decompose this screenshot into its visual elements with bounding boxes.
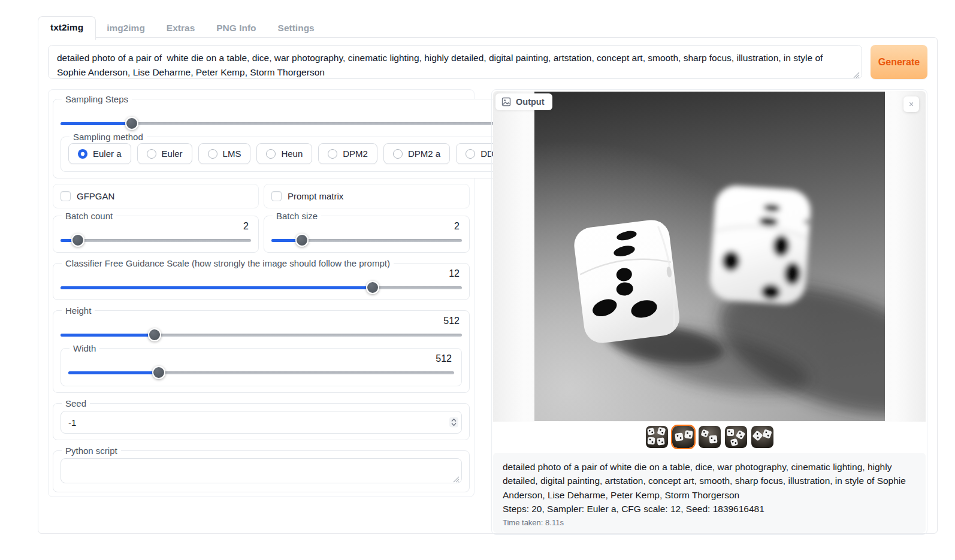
main-container: detailed photo of a pair of white die on…	[38, 37, 938, 534]
cfg-label: Classifier Free Guidance Scale (how stro…	[62, 258, 394, 268]
sampler-option-lms[interactable]: LMS	[198, 143, 251, 164]
settings-column: Sampling Steps 20 Sampling method Euler …	[48, 89, 475, 497]
seed-spinner[interactable]	[449, 417, 458, 428]
sampler-option-euler-a[interactable]: Euler a	[68, 143, 131, 164]
seed-label: Seed	[62, 398, 90, 408]
main-row: Sampling Steps 20 Sampling method Euler …	[48, 89, 927, 535]
caption-params-text: Steps: 20, Sampler: Euler a, CFG scale: …	[503, 502, 916, 516]
tab-bar: txt2imgimg2imgExtrasPNG InfoSettings	[38, 16, 325, 40]
height-group: Height 512 Width 512	[53, 305, 470, 393]
slider-thumb[interactable]	[366, 281, 379, 294]
python-script-group: Python script	[53, 446, 470, 492]
sampler-option-label: DPM2 a	[408, 149, 440, 159]
batch-size-label: Batch size	[273, 211, 321, 221]
sampler-option-label: DPM2	[343, 149, 368, 159]
tab-img2img[interactable]: img2img	[96, 17, 156, 40]
slider-fill	[61, 122, 132, 125]
slider-thumb[interactable]	[152, 366, 165, 379]
batch-size-slider[interactable]	[271, 234, 462, 246]
app-root: txt2imgimg2imgExtrasPNG InfoSettings det…	[0, 0, 955, 560]
resize-handle-icon[interactable]	[452, 476, 460, 483]
cfg-value: 12	[61, 268, 460, 279]
gallery-thumbnail-3[interactable]	[699, 426, 721, 448]
slider-thumb[interactable]	[71, 234, 84, 247]
radio-icon	[393, 149, 403, 159]
sampler-option-label: Heun	[281, 149, 303, 159]
tab-settings[interactable]: Settings	[267, 17, 325, 40]
height-value: 512	[61, 316, 460, 326]
radio-icon	[328, 149, 337, 159]
spinner-down-icon[interactable]	[451, 423, 457, 426]
gallery-thumbnail-1[interactable]	[646, 426, 668, 448]
prompt-matrix-checkbox-row[interactable]: Prompt matrix	[264, 184, 470, 208]
batch-count-label: Batch count	[62, 211, 116, 221]
close-icon[interactable]: ×	[903, 96, 919, 112]
generated-image[interactable]	[534, 92, 885, 421]
generate-button[interactable]: Generate	[871, 45, 927, 79]
width-slider[interactable]	[68, 367, 454, 379]
prompt-matrix-label: Prompt matrix	[288, 191, 343, 201]
gfpgan-label: GFPGAN	[77, 191, 114, 201]
radio-icon	[466, 149, 475, 159]
cfg-group: Classifier Free Guidance Scale (how stro…	[53, 258, 470, 300]
width-value: 512	[68, 353, 452, 364]
gallery-thumbnail-5[interactable]	[751, 426, 773, 448]
output-label: Output	[516, 97, 545, 107]
slider-fill	[61, 286, 373, 289]
image-icon	[501, 97, 511, 107]
sampler-option-dpm2[interactable]: DPM2	[318, 143, 377, 164]
batch-size-value: 2	[271, 221, 460, 232]
output-label-tag: Output	[495, 93, 552, 110]
radio-icon	[208, 149, 217, 159]
seed-input-wrap	[61, 411, 462, 434]
prompt-row: detailed photo of a pair of white die on…	[48, 45, 927, 81]
batch-grid: GFPGAN Prompt matrix Batch count 2	[53, 184, 470, 253]
slider-track	[61, 239, 251, 242]
width-label: Width	[69, 343, 99, 353]
tab-png-info[interactable]: PNG Info	[205, 17, 267, 40]
batch-count-slider[interactable]	[61, 234, 251, 246]
resize-handle-icon[interactable]	[853, 71, 860, 78]
tab-extras[interactable]: Extras	[156, 17, 205, 40]
height-label: Height	[62, 305, 95, 316]
prompt-matrix-checkbox[interactable]	[271, 191, 282, 201]
prompt-wrap: detailed photo of a pair of white die on…	[48, 45, 862, 81]
sampling-steps-label: Sampling Steps	[62, 94, 132, 104]
caption-prompt-text: detailed photo of a pair of white die on…	[503, 460, 916, 502]
batch-count-group: Batch count 2	[53, 211, 259, 253]
prompt-input[interactable]: detailed photo of a pair of white die on…	[48, 45, 862, 79]
sampler-option-heun[interactable]: Heun	[256, 143, 312, 164]
sampler-option-euler[interactable]: Euler	[137, 143, 192, 164]
slider-fill	[61, 334, 155, 337]
radio-icon	[78, 149, 87, 159]
sampler-option-label: LMS	[223, 149, 241, 159]
caption-time-taken: Time taken: 8.11s	[503, 518, 916, 527]
batch-count-value: 2	[61, 221, 249, 232]
gfpgan-checkbox-row[interactable]: GFPGAN	[53, 184, 259, 208]
radio-icon	[266, 149, 276, 159]
gallery-thumbnail-2[interactable]	[672, 426, 694, 448]
spinner-up-icon[interactable]	[451, 419, 457, 422]
output-gallery[interactable]: Output ×	[493, 91, 926, 422]
slider-thumb[interactable]	[125, 117, 138, 130]
python-script-wrap	[61, 458, 462, 486]
sampler-option-label: Euler	[162, 149, 183, 159]
seed-group: Seed	[53, 398, 470, 440]
seed-input[interactable]	[61, 411, 462, 434]
width-group: Width 512	[61, 343, 462, 386]
slider-thumb[interactable]	[148, 328, 161, 341]
output-caption-panel: detailed photo of a pair of white die on…	[493, 453, 926, 533]
height-slider[interactable]	[61, 329, 462, 341]
sampler-option-label: Euler a	[93, 149, 122, 159]
gallery-thumbnail-4[interactable]	[725, 426, 747, 448]
slider-fill	[68, 371, 159, 374]
tab-txt2img[interactable]: txt2img	[38, 16, 96, 40]
output-panel: Output × detailed photo of a pair of whi…	[491, 89, 927, 535]
sampling-method-label: Sampling method	[69, 132, 147, 142]
thumbnail-strip	[493, 422, 926, 452]
sampler-option-dpm2-a[interactable]: DPM2 a	[383, 143, 450, 164]
python-script-input[interactable]	[61, 458, 462, 483]
cfg-slider[interactable]	[61, 281, 462, 293]
gfpgan-checkbox[interactable]	[61, 191, 71, 201]
slider-thumb[interactable]	[295, 234, 309, 247]
